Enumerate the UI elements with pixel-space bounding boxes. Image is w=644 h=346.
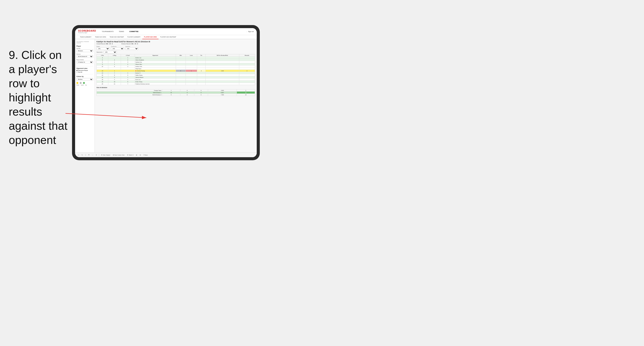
- nav-teams[interactable]: TEAMS: [118, 30, 125, 33]
- watch-btn[interactable]: 👁 Watch ▾: [126, 154, 134, 156]
- tablet-screen: SCOREBOARD Powered by clippd TOURNAMENTS…: [75, 28, 257, 157]
- col-rounds: Rounds: [239, 54, 255, 57]
- back-btn[interactable]: ⟨: [85, 154, 86, 156]
- colour-select[interactable]: Win/loss: [76, 78, 93, 81]
- table-row[interactable]: 19106 Emily Chang: [97, 81, 255, 83]
- opponent-filter-select[interactable]: (All): [125, 47, 138, 50]
- watch-chevron-icon: ▾: [133, 154, 134, 156]
- main-content: Last Updated: 27/03/2024 16:55:38 Player…: [75, 39, 257, 152]
- tab-team-h2h-heatmap[interactable]: TEAM H2H HEATMAP: [108, 35, 126, 39]
- table-row[interactable]: 1585 Stella Cheng: [97, 74, 255, 76]
- opponents-played-option[interactable]: Opponents Played: [76, 70, 93, 71]
- logo-title: SCOREBOARD: [78, 30, 96, 32]
- division-label: Division: [76, 53, 93, 55]
- overall-record-value: 353 - 34 - 6: [106, 43, 113, 44]
- sub-nav: TEAM SUMMARY TEAM H2H GRID TEAM H2H HEAT…: [75, 35, 257, 39]
- table-row[interactable]: Heeji Hyun: [97, 68, 255, 70]
- table-row[interactable]: NAIA Division 1 15 0 0 9.267 30: [97, 92, 255, 94]
- nav-committee[interactable]: COMMITTEE: [128, 30, 139, 33]
- opponent-view-title: Opponent view: [76, 68, 93, 69]
- col-reg: # Reg: [108, 54, 121, 57]
- table-row[interactable]: 1822 Euna Lee: [97, 78, 255, 81]
- tab-player-h2h-heatmap[interactable]: PLAYER H2H HEATMAP: [158, 35, 178, 39]
- view-original-label: View: Original: [103, 154, 110, 156]
- tab-player-h2h-grid[interactable]: PLAYER H2H GRID: [142, 35, 159, 39]
- view-icon: 👁: [101, 154, 102, 156]
- refresh-btn[interactable]: ⟳: [95, 154, 98, 156]
- top-100-radio[interactable]: [76, 72, 78, 73]
- watch-label: Watch: [129, 154, 132, 156]
- more-btn[interactable]: ⋯: [91, 154, 94, 156]
- conference-filter-select[interactable]: (All): [111, 47, 124, 50]
- table-row[interactable]: 20117 Federica Domecq Lacroze: [97, 83, 255, 85]
- region-filter: Region (All): [96, 46, 110, 50]
- division-select[interactable]: NCAA Division III: [76, 55, 93, 58]
- opponents-label: Opponents:: [96, 51, 102, 53]
- sign-out-link[interactable]: Sign out: [248, 31, 254, 32]
- tab-player-summary[interactable]: PLAYER SUMMARY: [126, 35, 142, 39]
- division-record: Division Record: 331 - 34 - 6: [122, 43, 138, 44]
- sidebar: Last Updated: 27/03/2024 16:55:38 Player…: [75, 39, 95, 152]
- legend-up-label: Up: [85, 84, 87, 86]
- legend-down-dot: [76, 82, 78, 84]
- grid-records: Overall Record: 353 - 34 - 6 Division Re…: [96, 43, 255, 44]
- top-nav: SCOREBOARD Powered by clippd TOURNAMENTS…: [75, 28, 257, 35]
- region-filter-select[interactable]: (All): [96, 47, 110, 50]
- app-logo: SCOREBOARD Powered by clippd: [78, 30, 96, 33]
- bottom-toolbar: ↩ ↻ ⟨ ⧉ ⋯ ⟳ 👁 View: Original ⊞ Save Cust…: [75, 152, 257, 157]
- h2h-table: # Div # Reg # Conf Opponent Win Loss Tie…: [96, 54, 255, 85]
- table-row[interactable]: Foreign Team 1 0 0 4.500 2: [97, 89, 255, 92]
- col-conf: # Conf: [121, 54, 135, 57]
- highlighted-table-row[interactable]: 131 ▶Jessica Huang 0 1 0 -3.00 2: [97, 70, 255, 72]
- opponents-played-radio[interactable]: [76, 70, 78, 71]
- tab-team-h2h-grid[interactable]: TEAM H2H GRID: [93, 35, 108, 39]
- opponent-filter: Opponent (All): [125, 46, 138, 50]
- tab-team-summary[interactable]: TEAM SUMMARY: [78, 35, 93, 39]
- copy-btn[interactable]: ⧉: [88, 154, 90, 156]
- legend-down-label: Down: [76, 84, 79, 86]
- table-row[interactable]: 613 Sydney Kuo: [97, 61, 255, 63]
- overall-record-label: Overall Record:: [96, 43, 106, 44]
- legend-level-label: Level: [81, 84, 84, 86]
- redo-btn[interactable]: ↻: [81, 154, 84, 156]
- save-label: Save Custom View: [114, 154, 124, 156]
- view-original-btn[interactable]: 👁 View: Original: [100, 154, 111, 156]
- player-rank-select[interactable]: 8. Katelyn Vo: [76, 61, 93, 63]
- top-100-option[interactable]: Top 100: [76, 71, 93, 73]
- share-btn[interactable]: ⤴ Share: [143, 154, 148, 156]
- col-diff: Diff Av Strokes/Rnd: [206, 54, 239, 57]
- grid-area: Katelyn Vo Head-to-Head Grid for Women's…: [95, 39, 257, 152]
- layout-btn[interactable]: ⊟: [139, 154, 142, 156]
- legend-up-dot: [83, 82, 85, 84]
- nav-tournaments[interactable]: TOURNAMENTS: [101, 30, 114, 33]
- table-row[interactable]: 1063 Andrea York: [97, 65, 255, 68]
- grid-title: Katelyn Vo Head-to-Head Grid for Women's…: [96, 40, 255, 43]
- gender-select[interactable]: Women's: [76, 49, 93, 52]
- legend-level-dot: [80, 82, 82, 84]
- table-row[interactable]: NCAA Division 2 5 0 0 7.400 10: [97, 94, 255, 96]
- col-opponent: Opponent: [135, 54, 176, 57]
- share-label: Share: [144, 154, 148, 156]
- opponent-filter-label: Opponent: [125, 46, 138, 47]
- table-row[interactable]: 1691 Jessica Mason: [97, 76, 255, 78]
- overall-record: Overall Record: 353 - 34 - 6: [96, 43, 113, 44]
- table-row[interactable]: 31 Esther Lee: [97, 57, 255, 59]
- out-of-division-table: Foreign Team 1 0 0 4.500 2 NAIA Division…: [96, 89, 255, 96]
- save-custom-view-btn[interactable]: ⊞ Save Custom View: [112, 154, 125, 156]
- grid-btn[interactable]: ⊞: [135, 154, 138, 156]
- watch-icon: 👁: [127, 154, 128, 156]
- opponents-select[interactable]: (All): [104, 51, 117, 53]
- legend-labels: Down Level Up: [76, 84, 93, 86]
- tablet-frame: SCOREBOARD Powered by clippd TOURNAMENTS…: [72, 25, 260, 160]
- legend-dots: [76, 82, 93, 84]
- undo-btn[interactable]: ↩: [77, 154, 80, 156]
- last-updated: Last Updated: 27/03/2024 16:55:38: [76, 41, 93, 44]
- table-row[interactable]: 914 Sharon Mun: [97, 63, 255, 65]
- top-100-label: Top 100: [78, 71, 82, 73]
- filter-row: Region (All) Conference (All) Opponent: [96, 46, 255, 50]
- table-row[interactable]: 522 Alexis Sudjianto: [97, 59, 255, 61]
- share-icon: ⤴: [144, 154, 144, 156]
- table-row[interactable]: 1474 Eunice Yi: [97, 72, 255, 74]
- col-div: # Div: [97, 54, 108, 57]
- logo-sub: Powered by clippd: [78, 32, 96, 33]
